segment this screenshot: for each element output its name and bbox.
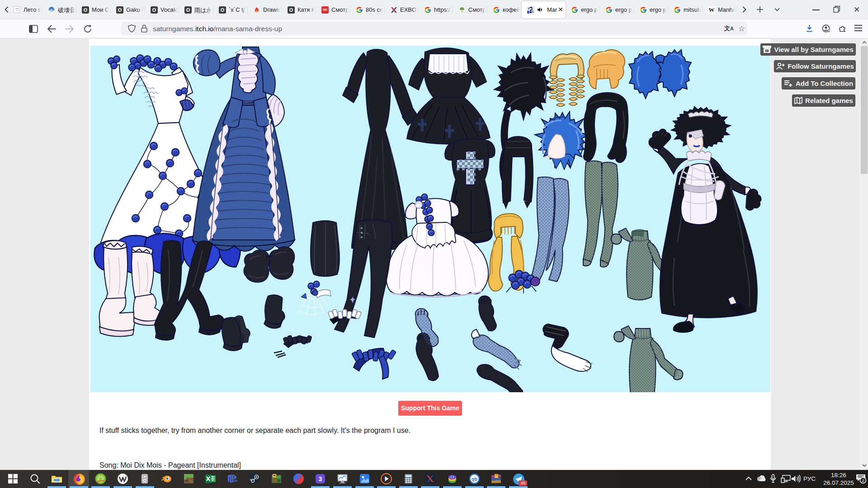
svg-text:qb: qb [472,476,477,482]
svg-text:3: 3 [319,475,322,483]
svg-text:2: 2 [862,479,864,483]
